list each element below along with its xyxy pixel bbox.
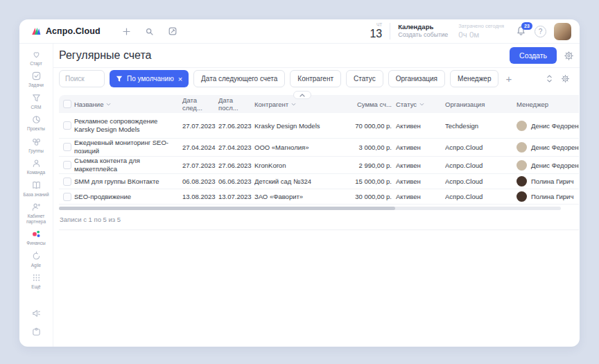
weekday-label: ЧТ <box>376 23 382 28</box>
horizontal-scrollbar[interactable] <box>59 207 561 210</box>
sidebar-item-promo[interactable] <box>21 304 51 322</box>
row-checkbox[interactable] <box>63 121 71 130</box>
row-checkbox[interactable] <box>63 143 71 151</box>
column-header-name[interactable]: Название <box>74 101 182 108</box>
organization-cell: Аспро.Cloud <box>445 177 516 185</box>
sidebar-item-knowledge-base[interactable]: База знаний <box>21 178 51 200</box>
sidebar-item-groups[interactable]: Группы <box>21 135 51 156</box>
help-button[interactable]: ? <box>535 26 546 37</box>
organization-cell: Аспро.Cloud <box>445 162 516 169</box>
app-logo[interactable]: Аспро.Cloud <box>31 26 101 37</box>
notes-icon[interactable] <box>167 26 178 37</box>
next-date-cell: 27.04.2024 <box>182 144 218 151</box>
table-row[interactable]: Съемка контента для маркетплейса 27.07.2… <box>59 157 579 175</box>
filter-chip-status[interactable]: Статус <box>346 70 383 87</box>
select-all-checkbox[interactable] <box>63 100 71 108</box>
status-cell: Активен <box>393 144 445 151</box>
table-clip: Название Дата след... Дата посл... Контр… <box>59 95 579 205</box>
sort-caret-icon <box>106 103 111 106</box>
calendar-date[interactable]: ЧТ 13 <box>370 23 382 40</box>
status-cell: Активен <box>393 193 445 200</box>
contragent-cell: ЗАО «Фаворит» <box>254 193 347 200</box>
table-row[interactable]: SMM для группы ВКонтакте 06.08.2023 06.0… <box>59 174 579 189</box>
sidebar-item-crm[interactable]: CRM <box>21 91 51 112</box>
invoice-name-link[interactable]: SEO-продвижение <box>74 193 182 201</box>
time-tracker[interactable]: Затрачено сегодня 0ч 0м <box>458 23 504 40</box>
create-event-link[interactable]: Создать событие <box>398 31 448 39</box>
invoice-name-link[interactable]: Рекламное сопровождение Karsky Design Mo… <box>74 117 182 135</box>
table-row[interactable]: Ежедневный мониторинг SEO-позиций 27.04.… <box>59 139 579 157</box>
manager-cell: Полина Гирич <box>516 176 579 187</box>
row-checkbox[interactable] <box>63 193 71 201</box>
sidebar-item-finance[interactable]: Финансы <box>21 227 51 248</box>
logo-mark-icon <box>31 26 42 37</box>
column-header-last-date[interactable]: Дата посл... <box>218 96 254 112</box>
app-title: Аспро.Cloud <box>46 26 101 36</box>
contragent-cell: Детский сад №324 <box>254 177 347 185</box>
filter-chip-next-date[interactable]: Дата следующего счета <box>193 70 285 87</box>
create-button[interactable]: Создать <box>510 47 557 64</box>
page-header: Регулярные счета Создать <box>53 44 580 68</box>
last-date-cell: 27.06.2023 <box>218 122 254 130</box>
filter-preset-chip[interactable]: По умолчанию × <box>110 70 189 87</box>
status-cell: Активен <box>393 177 445 185</box>
sidebar-item-more[interactable]: Ещё <box>21 270 51 292</box>
manager-avatar <box>516 191 527 202</box>
page-settings-gear-icon[interactable] <box>564 51 574 61</box>
user-avatar[interactable] <box>554 23 571 40</box>
filter-chip-contragent[interactable]: Контрагент <box>290 70 341 87</box>
search-icon[interactable] <box>144 26 155 37</box>
sidebar-item-projects[interactable]: Проекты <box>21 112 51 134</box>
table-settings-gear-icon[interactable] <box>561 74 570 83</box>
sidebar-item-apps[interactable] <box>21 322 51 341</box>
row-checkbox[interactable] <box>63 177 71 186</box>
table-row[interactable]: Рекламное сопровождение Karsky Design Mo… <box>59 113 579 139</box>
column-header-sum[interactable]: Сумма сч... <box>347 101 393 108</box>
notifications-button[interactable]: 23 <box>516 26 527 37</box>
manager-cell: Денис Федоренко <box>516 121 579 131</box>
sidebar-item-tasks[interactable]: Задачи <box>21 69 51 90</box>
sum-cell: 3 000,00 р. <box>347 144 393 151</box>
sum-cell: 15 000,00 р. <box>347 177 393 185</box>
manager-avatar <box>516 142 527 153</box>
table-row[interactable]: SEO-продвижение 13.08.2023 13.07.2023 ЗА… <box>59 189 579 205</box>
manager-avatar <box>516 176 527 187</box>
calendar-title: Календарь <box>398 23 448 31</box>
start-icon <box>31 49 42 60</box>
column-header-contragent[interactable]: Контрагент <box>254 101 347 108</box>
invoice-name-link[interactable]: SMM для группы ВКонтакте <box>74 177 182 186</box>
organization-cell: Techdesign <box>445 122 516 130</box>
sidebar-item-label: Проекты <box>27 126 45 131</box>
sidebar-item-agile[interactable]: Agile <box>21 249 51 270</box>
add-icon[interactable] <box>121 26 132 37</box>
scrollbar-thumb[interactable] <box>59 207 395 210</box>
sidebar-item-label: Задачи <box>28 83 44 87</box>
sidebar-item-start[interactable]: Старт <box>21 47 51 69</box>
remove-filter-icon[interactable]: × <box>174 75 189 83</box>
divider <box>390 23 390 40</box>
calendar-widget[interactable]: Календарь Создать событие <box>398 23 448 39</box>
sidebar-item-team[interactable]: Команда <box>21 156 51 177</box>
next-date-cell: 27.07.2023 <box>182 122 218 130</box>
invoice-name-link[interactable]: Ежедневный мониторинг SEO-позиций <box>74 139 182 156</box>
collapse-table-button[interactable] <box>293 91 311 99</box>
last-date-cell: 27.06.2023 <box>218 162 254 169</box>
table-header-row: Название Дата след... Дата посл... Контр… <box>59 95 579 113</box>
sum-cell: 2 990,00 р. <box>347 162 393 169</box>
add-filter-icon[interactable]: + <box>503 73 514 84</box>
funnel-icon <box>110 76 127 83</box>
row-checkbox[interactable] <box>63 161 71 169</box>
unfold-icon[interactable] <box>546 74 553 83</box>
invoice-name-link[interactable]: Съемка контента для маркетплейса <box>74 157 182 174</box>
search-input[interactable] <box>59 70 105 87</box>
sidebar-item-label: База знаний <box>23 192 49 197</box>
column-header-organization[interactable]: Организация <box>445 101 516 108</box>
filter-chip-organization[interactable]: Организация <box>388 70 445 87</box>
sidebar-item-label: Финансы <box>26 241 45 245</box>
sort-caret-icon <box>291 103 296 106</box>
sidebar-item-partner-cabinet[interactable]: Кабинет партнера <box>21 200 51 227</box>
column-header-manager[interactable]: Менеджер <box>516 101 579 108</box>
column-header-status[interactable]: Статус <box>393 101 445 108</box>
filter-chip-manager[interactable]: Менеджер <box>450 70 499 87</box>
column-header-next-date[interactable]: Дата след... <box>182 96 218 112</box>
